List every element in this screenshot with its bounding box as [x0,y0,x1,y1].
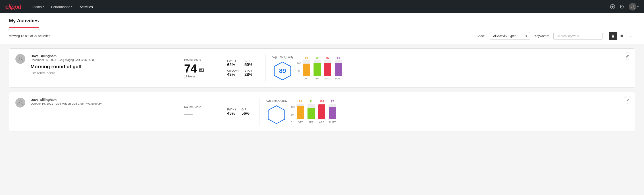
viewing-total: 29 [34,34,37,38]
bar-label: OTT [304,77,309,80]
nav-item-activities[interactable]: Activities [80,5,93,9]
avg-shot-quality-label: Avg Shot Quality [272,55,294,59]
updown-block: Up/Down 43% [227,69,239,77]
score-row: 74 +4 [184,63,209,74]
bar-label: ARG [325,77,330,80]
card-stats: Round Score — FW Hit 43% GIR 56% [184,98,628,126]
round-score-block: Round Score — [184,105,215,118]
edit-button[interactable] [624,52,631,60]
bar-inner [324,63,331,76]
fw-hit-block: FW Hit 43% [227,108,236,116]
svg-rect-12 [630,35,632,35]
svg-rect-8 [620,34,622,36]
fw-hit-value: 62% [227,62,239,67]
bar-inner [308,108,315,119]
bars-wrapper: 85 OTT 90 APP 89 ARG [303,56,342,80]
svg-point-17 [19,100,22,103]
filter-bar: Viewing 12 out of 29 Activities Show: Al… [0,28,644,44]
card-title: Morning round of golf [30,64,179,70]
viewing-text: Viewing [9,34,20,38]
hexagon: 89 [272,61,292,81]
list-wide-icon [629,34,632,38]
view-list-dense-button[interactable] [609,32,617,40]
bar-group: 106 ARG [318,100,325,124]
svg-point-3 [632,5,634,7]
card-user-name: Dave Billingham [30,54,179,58]
bar-group: 89 ARG [324,56,331,80]
edit-button[interactable] [624,96,631,104]
score-badge: +4 [199,68,204,72]
hexagon-wrapper: Avg Shot Quality 89 [272,55,294,81]
add-button[interactable] [610,4,615,9]
card-source: Data Source: Arccos [30,72,179,74]
nav-item-teams[interactable]: Teams ▾ [32,5,44,9]
bar-group: 85 OTT [303,56,310,80]
bar-chart: 100500 94 OTT 82 APP [291,100,625,124]
one-putt-value: 28% [244,72,256,77]
bar-outer [335,60,342,76]
logo[interactable]: clippd [5,3,21,10]
updown-value: 43% [227,72,239,77]
one-putt-label: 1 Putt [244,69,256,72]
viewing-info: Viewing 12 out of 29 Activities [9,34,472,38]
round-score-label: Round Score [184,58,209,61]
bar-label: APP [315,77,320,80]
card-info: Dave Billingham October 16, 2021 - Gog M… [30,98,179,105]
user-icon [18,100,23,106]
bar-group: 90 APP [314,56,321,80]
view-list-wide-button[interactable] [626,32,635,40]
viewing-count: 12 [21,34,24,38]
bar-label: PUTT [336,77,342,80]
fw-hit-label: FW Hit [227,108,236,111]
keywords-label: Keywords: [534,34,549,38]
svg-marker-18 [268,106,285,124]
bar-group: 82 APP [308,100,315,124]
svg-rect-10 [620,36,622,37]
keywords-input[interactable] [554,32,602,40]
activity-card: Dave Billingham October 16, 2021 - Gog M… [9,92,635,132]
view-toggle [609,32,635,40]
bar-value: 89 [337,56,340,59]
bar-value: 87 [331,100,334,103]
view-grid-button[interactable] [618,32,626,40]
nav-item-performance[interactable]: Performance ▾ [51,5,72,9]
activity-type-select-wrapper[interactable]: All Activity Types [490,32,530,40]
bar-value: 90 [316,56,318,59]
bar-inner [335,63,342,76]
viewing-out-of: out of [25,34,33,38]
bar-group: 94 OTT [297,100,304,124]
activity-card: Dave Billingham December 05, 2021 - Gog … [9,48,635,88]
stat-grid: FW Hit 62% GIR 50% Up/Down 43% [227,59,256,77]
bar-outer [318,104,325,119]
y-label: 100 [291,106,295,108]
bars-wrapper: 94 OTT 82 APP 106 ARG [297,100,336,124]
hexagon-value: 89 [279,68,286,74]
user-avatar-wrapper[interactable]: ▾ [629,3,639,10]
card-date-course: December 05, 2021 - Gog Magog Golf Club … [30,58,179,62]
svg-rect-4 [612,34,614,35]
svg-rect-9 [622,34,623,36]
page-title: My Activities [9,14,39,28]
bar-label: APP [308,121,314,124]
refresh-button[interactable] [620,4,624,9]
svg-rect-5 [612,36,614,36]
bar-inner [297,106,304,119]
list-dense-icon [611,34,615,38]
bar-value: 85 [305,56,308,59]
card-stats: Round Score 74 +4 18 Holes FW Hit 62% GI… [184,54,628,82]
activity-type-select[interactable]: All Activity Types [490,32,530,40]
teams-chevron-icon: ▾ [42,5,44,8]
fw-hit-label: FW Hit [227,59,239,62]
y-label: 0 [291,121,295,124]
avg-shot-quality-label: Avg Shot Quality [266,99,288,102]
bar-chart-area: 100500 85 OTT 90 APP [297,54,625,82]
round-score-label: Round Score [184,105,209,109]
navbar: clippd Teams ▾ Performance ▾ Activities [0,0,644,14]
viewing-label: Activities [38,34,50,38]
user-icon [18,56,23,62]
bar-chart-area: 100500 94 OTT 82 APP [291,98,625,126]
bar-value: 89 [326,56,329,59]
bar-value: 82 [310,100,312,103]
gir-block: GIR 56% [242,108,250,116]
pencil-icon [626,54,629,58]
